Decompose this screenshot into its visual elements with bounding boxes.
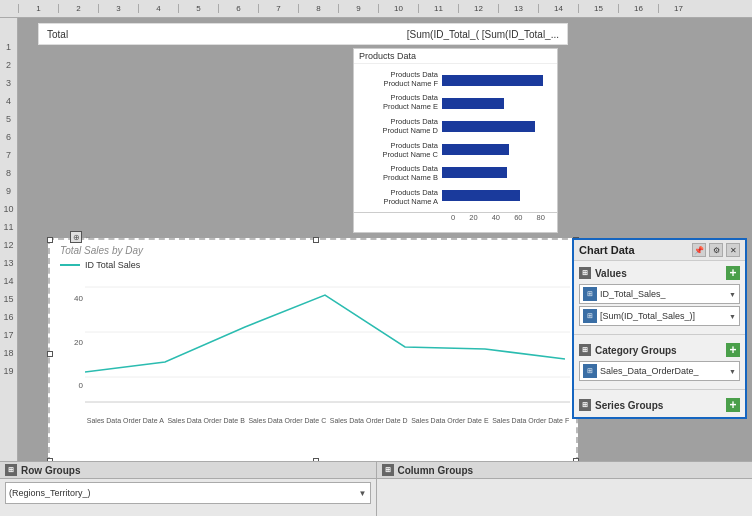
ruler-tick: 8: [298, 4, 338, 13]
ruler-left-tick: 15: [0, 290, 17, 308]
close-button[interactable]: ✕: [726, 243, 740, 257]
x-tick: 40: [492, 213, 500, 222]
row-groups-label: Row Groups: [21, 465, 80, 476]
ruler-left-tick: 19: [0, 362, 17, 380]
row-groups-icon: ⊞: [5, 464, 17, 476]
row-groups-header: ⊞ Row Groups: [0, 462, 376, 479]
ruler-top: 1 2 3 4 5 6 7 8 9 10 11 12 13 14 15 16 1…: [0, 0, 752, 18]
bar-chart-xaxis: 0 20 40 60 80: [354, 212, 557, 224]
bar-label: Products DataProduct Name D: [357, 117, 438, 135]
settings-button[interactable]: ⚙: [709, 243, 723, 257]
y-label: 0: [55, 381, 83, 390]
selection-handle-bl[interactable]: [47, 458, 53, 461]
column-groups-content: [377, 479, 753, 485]
x-label: Sales Data Order Date A: [87, 417, 164, 424]
selection-handle-tm[interactable]: [313, 237, 319, 243]
ruler-left-tick: 6: [0, 128, 17, 146]
panel-title: Chart Data: [579, 244, 635, 256]
panel-icon-buttons: 📌 ⚙ ✕: [692, 243, 740, 257]
field-icon: ⊞: [583, 309, 597, 323]
bar: [442, 75, 543, 86]
x-label: Sales Data Order Date E: [411, 417, 488, 424]
row-groups-value: (Regions_Territory_): [9, 488, 91, 498]
ruler-left-tick: 16: [0, 308, 17, 326]
section-divider-2: [574, 389, 745, 390]
values-field-2[interactable]: ⊞ [Sum(ID_Total_Sales_)] ▼: [579, 306, 740, 326]
bar-row: [442, 166, 554, 180]
ruler-left-tick: 17: [0, 326, 17, 344]
ruler-tick: 14: [538, 4, 578, 13]
bar-row: [442, 189, 554, 203]
x-axis-labels: Sales Data Order Date A Sales Data Order…: [50, 417, 576, 424]
dropdown-arrow: ▼: [729, 313, 736, 320]
bar-row: [442, 97, 554, 111]
ruler-left-tick: 1: [0, 38, 17, 56]
ruler-left-tick: 12: [0, 236, 17, 254]
cursor-label: ꟷ: [85, 232, 90, 242]
x-tick: 20: [469, 213, 477, 222]
bar-chart-bars: [442, 67, 554, 209]
field-text: Sales_Data_OrderDate_: [600, 366, 699, 376]
values-field-2-content: ⊞ [Sum(ID_Total_Sales_)]: [583, 309, 695, 323]
selection-handle-tl[interactable]: [47, 237, 53, 243]
category-field-1[interactable]: ⊞ Sales_Data_OrderDate_ ▼: [579, 361, 740, 381]
bar-chart-labels: Products DataProduct Name F Products Dat…: [357, 67, 442, 209]
column-groups-label: Column Groups: [398, 465, 474, 476]
chart-data-panel: Chart Data 📌 ⚙ ✕ ⊞ Values +: [572, 238, 747, 419]
bar-chart-header: Products Data: [354, 49, 557, 64]
category-section-header: ⊞ Category Groups +: [579, 341, 740, 359]
series-icon: ⊞: [579, 399, 591, 411]
field-text: ID_Total_Sales_: [600, 289, 666, 299]
selection-handle-bm[interactable]: [313, 458, 319, 461]
column-groups-header: ⊞ Column Groups: [377, 462, 753, 479]
ruler-left-tick: 14: [0, 272, 17, 290]
ruler-tick: 15: [578, 4, 618, 13]
values-section: ⊞ Values + ⊞ ID_Total_Sales_ ▼ ⊞ [Sum(ID: [574, 261, 745, 331]
ruler-tick: 12: [458, 4, 498, 13]
bar-label: Products DataProduct Name B: [357, 164, 438, 182]
bar-label: Products DataProduct Name C: [357, 141, 438, 159]
category-add-button[interactable]: +: [726, 343, 740, 357]
values-field-1-content: ⊞ ID_Total_Sales_: [583, 287, 666, 301]
panel-header: Chart Data 📌 ⚙ ✕: [574, 240, 745, 261]
x-label: Sales Data Order Date D: [330, 417, 408, 424]
category-label: Category Groups: [595, 345, 677, 356]
ruler-tick: 13: [498, 4, 538, 13]
line-chart-body: 0 20 40: [50, 272, 576, 417]
bar-chart: Products Data Products DataProduct Name …: [353, 48, 558, 233]
series-add-button[interactable]: +: [726, 398, 740, 412]
bar-row: [442, 143, 554, 157]
dropdown-arrow: ▼: [359, 489, 367, 498]
values-add-button[interactable]: +: [726, 266, 740, 280]
x-tick: 0: [451, 213, 455, 222]
series-section: ⊞ Series Groups +: [574, 393, 745, 417]
values-section-title: ⊞ Values: [579, 267, 627, 279]
section-divider: [574, 334, 745, 335]
x-label: Sales Data Order Date F: [492, 417, 569, 424]
column-groups-icon: ⊞: [382, 464, 394, 476]
values-field-1[interactable]: ⊞ ID_Total_Sales_ ▼: [579, 284, 740, 304]
y-label: 20: [55, 338, 83, 347]
ruler-tick: 1: [18, 4, 58, 13]
values-label: Values: [595, 268, 627, 279]
series-section-title: ⊞ Series Groups: [579, 399, 663, 411]
category-section-title: ⊞ Category Groups: [579, 344, 677, 356]
column-groups-panel: ⊞ Column Groups: [377, 462, 753, 516]
y-label: 40: [55, 294, 83, 303]
ruler-tick: 17: [658, 4, 698, 13]
ruler-left-tick: 3: [0, 74, 17, 92]
series-section-header: ⊞ Series Groups +: [579, 396, 740, 414]
line-chart-legend: ID Total Sales: [50, 258, 576, 272]
bar: [442, 190, 520, 201]
pin-button[interactable]: 📌: [692, 243, 706, 257]
series-label: Series Groups: [595, 400, 663, 411]
resize-handle-icon: ⊕: [70, 231, 82, 243]
ruler-tick: 9: [338, 4, 378, 13]
y-axis-labels: 0 20 40: [55, 277, 83, 407]
selection-handle-br[interactable]: [573, 458, 579, 461]
ruler-tick: 2: [58, 4, 98, 13]
row-groups-dropdown[interactable]: (Regions_Territory_) ▼: [5, 482, 371, 504]
x-tick: 60: [514, 213, 522, 222]
design-canvas[interactable]: Total [Sum(ID_Total_( [Sum(ID_Total_... …: [18, 18, 752, 461]
ruler-left-tick: 4: [0, 92, 17, 110]
